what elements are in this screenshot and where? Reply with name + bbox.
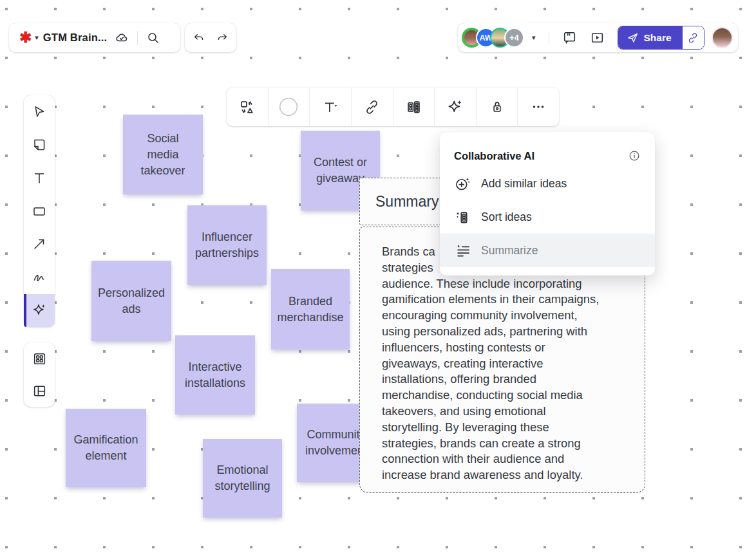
summary-title: Summary bbox=[375, 193, 439, 210]
add-similar-ideas-icon bbox=[454, 175, 471, 192]
link-button[interactable] bbox=[352, 88, 393, 126]
copy-link-button[interactable] bbox=[682, 26, 704, 49]
frameworks-tool[interactable] bbox=[24, 375, 55, 407]
text-icon bbox=[32, 171, 47, 186]
object-toolbar bbox=[227, 88, 559, 126]
share-button-group: Share bbox=[618, 26, 705, 50]
menu-item-summarize[interactable]: Summarize bbox=[440, 234, 655, 267]
divider bbox=[549, 31, 549, 45]
sticky-note-icon bbox=[32, 137, 47, 153]
svg-text:”: ” bbox=[566, 32, 571, 41]
draw-tool[interactable] bbox=[24, 261, 55, 294]
summary-body-text: Brands ca strategies audience. These inc… bbox=[382, 244, 639, 483]
chevron-down-icon[interactable]: ▾ bbox=[35, 33, 39, 42]
share-button[interactable]: Share bbox=[618, 26, 682, 49]
arrow-tool[interactable] bbox=[24, 228, 55, 261]
header-right-card: AW +4 ▾ ” Share bbox=[458, 23, 738, 52]
divider bbox=[137, 31, 138, 45]
ai-sparkle-button[interactable] bbox=[435, 88, 477, 126]
text-tool[interactable] bbox=[24, 162, 55, 194]
grid-icon bbox=[32, 351, 48, 367]
whiteboard-canvas[interactable]: Social media takeoverContest or giveaway… bbox=[0, 0, 747, 560]
menu-item-sort-ideas[interactable]: Sort ideas bbox=[440, 200, 655, 234]
secondary-sidebar bbox=[24, 342, 55, 407]
chevron-down-icon[interactable]: ▾ bbox=[532, 33, 536, 42]
organize-icon bbox=[405, 98, 422, 116]
text-style-button[interactable] bbox=[310, 88, 352, 126]
sticky-note[interactable]: Interactive installations bbox=[175, 335, 255, 415]
menu-item-label: Sort ideas bbox=[481, 210, 532, 224]
layout-icon bbox=[32, 383, 48, 399]
tools-sidebar bbox=[24, 95, 55, 327]
ellipsis-icon bbox=[530, 98, 547, 115]
circle-swatch-icon bbox=[278, 97, 299, 117]
sticky-note-tool[interactable] bbox=[24, 128, 55, 161]
history-card bbox=[185, 23, 236, 52]
color-swatch-button[interactable] bbox=[269, 88, 310, 126]
sparkle-icon bbox=[31, 302, 48, 319]
menu-item-add-similar-ideas[interactable]: Add similar ideas bbox=[440, 167, 655, 200]
templates-tool[interactable] bbox=[24, 342, 55, 375]
paper-plane-icon bbox=[627, 32, 639, 44]
menu-item-label: Summarize bbox=[481, 244, 538, 257]
menu-item-label: Add similar ideas bbox=[481, 177, 567, 191]
sticky-note[interactable]: Gamification element bbox=[66, 409, 146, 487]
menu-title: Collaborative AI bbox=[454, 150, 628, 162]
more-button[interactable] bbox=[518, 88, 559, 126]
collaborator-avatars[interactable]: AW +4 bbox=[462, 28, 524, 48]
collaborative-ai-menu: Collaborative AI Add similar ideas Sort … bbox=[440, 132, 655, 275]
change-shape-button[interactable] bbox=[227, 88, 269, 126]
summarize-icon bbox=[454, 242, 471, 259]
document-title[interactable]: GTM Brain... bbox=[43, 32, 108, 44]
sticky-note[interactable]: Branded merchandise bbox=[271, 269, 350, 350]
cursor-icon bbox=[32, 104, 47, 120]
rectangle-icon bbox=[32, 203, 47, 219]
text-style-icon bbox=[322, 98, 339, 116]
arrow-icon bbox=[32, 236, 47, 252]
present-button[interactable] bbox=[588, 28, 607, 47]
avatar-overflow-badge[interactable]: +4 bbox=[504, 28, 524, 48]
cloud-synced-icon bbox=[113, 29, 131, 47]
search-button[interactable] bbox=[144, 29, 162, 47]
undo-button[interactable] bbox=[191, 30, 207, 46]
sticky-note[interactable]: Emotional storytelling bbox=[203, 439, 282, 518]
sort-ideas-icon bbox=[454, 209, 471, 226]
link-icon bbox=[363, 98, 381, 116]
sticky-note[interactable]: Influencer partnerships bbox=[187, 205, 267, 285]
current-user-avatar[interactable] bbox=[712, 27, 733, 48]
menu-header: Collaborative AI bbox=[440, 145, 655, 167]
header-left-card: ✱ ▾ GTM Brain... bbox=[9, 23, 180, 52]
select-tool[interactable] bbox=[24, 95, 55, 128]
sparkle-icon bbox=[446, 98, 464, 117]
app-logo-icon[interactable]: ✱ bbox=[19, 30, 32, 45]
shape-tool[interactable] bbox=[24, 194, 55, 227]
organize-button[interactable] bbox=[393, 88, 435, 126]
lock-button[interactable] bbox=[477, 88, 518, 126]
sticky-note[interactable]: Social media takeover bbox=[123, 115, 203, 194]
comments-button[interactable]: ” bbox=[560, 28, 579, 47]
shape-swap-icon bbox=[238, 98, 256, 116]
lock-icon bbox=[489, 98, 506, 115]
link-icon bbox=[686, 32, 699, 44]
info-icon[interactable] bbox=[628, 149, 641, 162]
redo-button[interactable] bbox=[214, 30, 231, 46]
ai-sparkle-tool[interactable] bbox=[24, 294, 55, 327]
sticky-note[interactable]: Personalized ads bbox=[91, 261, 171, 341]
share-label: Share bbox=[644, 32, 672, 44]
scribble-icon bbox=[32, 270, 47, 285]
